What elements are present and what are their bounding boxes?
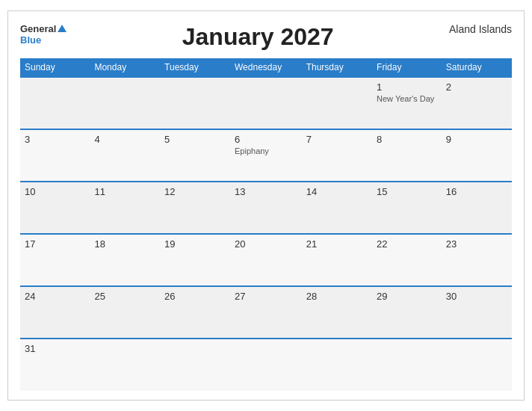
calendar-cell: 25: [90, 286, 160, 339]
calendar-cell: 3: [20, 129, 90, 182]
calendar-cell: 24: [20, 286, 90, 339]
day-number: 2: [446, 81, 507, 93]
weekday-header-sunday: Sunday: [20, 58, 90, 77]
day-number: 23: [446, 238, 507, 250]
calendar-cell: [90, 339, 160, 391]
weekday-header-saturday: Saturday: [442, 58, 512, 77]
day-number: 16: [446, 186, 507, 197]
week-row-4: 17181920212223: [20, 234, 512, 286]
calendar-cell: 15: [372, 182, 442, 234]
calendar-cell: 8: [372, 129, 442, 182]
day-number: 26: [164, 291, 226, 302]
calendar-cell: [160, 77, 230, 129]
calendar-cell: 10: [20, 182, 90, 234]
day-number: 6: [235, 134, 297, 145]
week-row-1: 1New Year's Day2: [20, 77, 512, 129]
calendar-cell: 14: [302, 182, 372, 234]
calendar-cell: 18: [90, 234, 160, 286]
day-number: 20: [235, 238, 297, 250]
calendar-cell: [230, 77, 302, 129]
calendar-cell: [302, 77, 372, 129]
weekday-header-monday: Monday: [90, 58, 160, 77]
region-label: Aland Islands: [449, 23, 512, 35]
calendar-cell: 17: [20, 234, 90, 286]
calendar-cell: 28: [302, 286, 372, 339]
calendar-title: January 2027: [66, 23, 449, 51]
day-number: 13: [235, 186, 297, 197]
day-number: 14: [306, 186, 368, 197]
day-number: 25: [94, 291, 155, 302]
calendar-cell: 30: [442, 286, 512, 339]
calendar-cell: 2: [442, 77, 512, 129]
day-number: 5: [164, 134, 226, 145]
calendar-header: General Blue January 2027 Aland Islands: [20, 23, 512, 51]
calendar-cell: 1New Year's Day: [372, 77, 442, 129]
day-number: 1: [377, 81, 437, 93]
weekday-header-tuesday: Tuesday: [160, 58, 230, 77]
calendar-cell: 20: [230, 234, 302, 286]
calendar-table: SundayMondayTuesdayWednesdayThursdayFrid…: [20, 58, 512, 391]
logo-blue-text: Blue: [20, 34, 41, 46]
calendar-cell: 16: [442, 182, 512, 234]
calendar-cell: 4: [90, 129, 160, 182]
calendar-cell: 13: [230, 182, 302, 234]
weekday-header-thursday: Thursday: [302, 58, 372, 77]
calendar-cell: [90, 77, 160, 129]
logo-general-text: General: [20, 23, 56, 34]
calendar-cell: 29: [372, 286, 442, 339]
day-number: 15: [377, 186, 437, 197]
day-number: 21: [306, 238, 368, 250]
day-number: 7: [306, 134, 368, 145]
day-number: 27: [235, 291, 297, 302]
day-number: 24: [25, 291, 85, 302]
calendar-cell: [302, 339, 372, 391]
day-number: 11: [94, 186, 155, 197]
calendar-cell: [160, 339, 230, 391]
day-number: 9: [446, 134, 507, 145]
calendar-cell: 11: [90, 182, 160, 234]
day-number: 10: [25, 186, 85, 197]
calendar-cell: 23: [442, 234, 512, 286]
holiday-label: Epiphany: [235, 146, 297, 155]
day-number: 31: [25, 343, 85, 354]
calendar-cell: 22: [372, 234, 442, 286]
calendar-cell: 12: [160, 182, 230, 234]
day-number: 4: [94, 134, 155, 145]
day-number: 17: [25, 238, 85, 250]
day-number: 28: [306, 291, 368, 302]
week-row-3: 10111213141516: [20, 182, 512, 234]
calendar-cell: 7: [302, 129, 372, 182]
week-row-2: 3456Epiphany789: [20, 129, 512, 182]
week-row-6: 31: [20, 339, 512, 391]
calendar-cell: 6Epiphany: [230, 129, 302, 182]
calendar-cell: [442, 339, 512, 391]
calendar-cell: 21: [302, 234, 372, 286]
weekday-header-row: SundayMondayTuesdayWednesdayThursdayFrid…: [20, 58, 512, 77]
day-number: 12: [164, 186, 226, 197]
day-number: 18: [94, 238, 155, 250]
calendar-cell: [20, 77, 90, 129]
calendar-container: General Blue January 2027 Aland Islands …: [7, 10, 525, 401]
day-number: 22: [377, 238, 437, 250]
week-row-5: 24252627282930: [20, 286, 512, 339]
weekday-header-friday: Friday: [372, 58, 442, 77]
calendar-cell: [230, 339, 302, 391]
day-number: 3: [25, 134, 85, 145]
calendar-cell: 19: [160, 234, 230, 286]
day-number: 19: [164, 238, 226, 250]
day-number: 29: [377, 291, 437, 302]
day-number: 30: [446, 291, 507, 302]
logo-triangle-icon: [58, 25, 66, 32]
holiday-label: New Year's Day: [377, 94, 437, 103]
weekday-header-wednesday: Wednesday: [230, 58, 302, 77]
calendar-cell: 31: [20, 339, 90, 391]
calendar-cell: [372, 339, 442, 391]
day-number: 8: [377, 134, 437, 145]
logo: General Blue: [20, 23, 66, 46]
calendar-cell: 26: [160, 286, 230, 339]
calendar-cell: 9: [442, 129, 512, 182]
calendar-cell: 27: [230, 286, 302, 339]
calendar-cell: 5: [160, 129, 230, 182]
